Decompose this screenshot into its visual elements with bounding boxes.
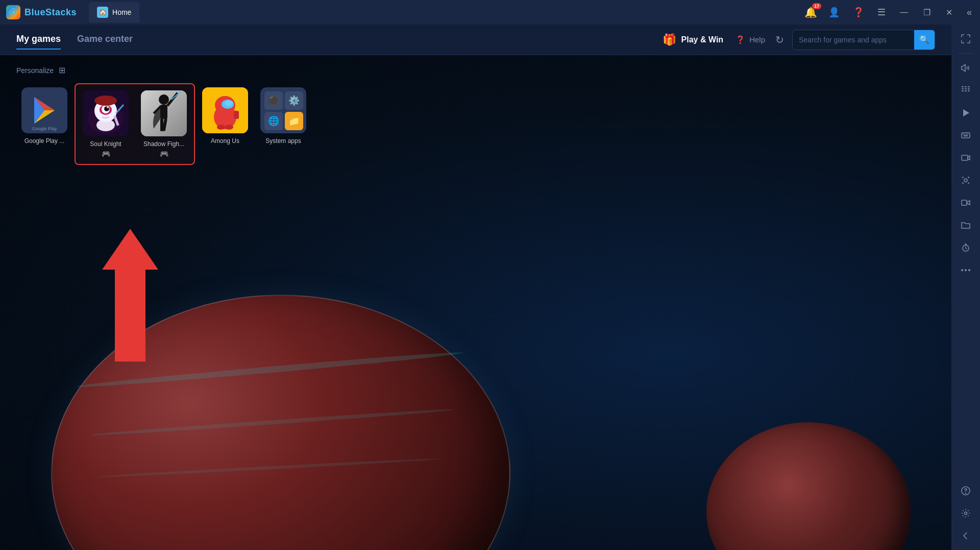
restore-button[interactable]: ❐ <box>920 6 934 19</box>
svg-point-31 <box>217 125 225 130</box>
svg-rect-39 <box>962 90 964 91</box>
svg-rect-51 <box>962 200 967 205</box>
game-name-system-apps: System apps <box>265 137 301 145</box>
game-item-among-us[interactable]: Among Us <box>197 83 253 165</box>
sys-icon-chrome: 🌐 <box>264 112 283 130</box>
sidebar-btn-camera-record[interactable] <box>955 148 976 168</box>
svg-rect-19 <box>160 105 167 119</box>
svg-marker-42 <box>963 109 969 116</box>
sys-icon-folder: 📁 <box>285 112 303 130</box>
sidebar-btn-video[interactable] <box>955 193 976 213</box>
top-navigation: My games Game center 🎁 Play & Win ❓ Help… <box>0 25 951 55</box>
game-thumb-shadow-fight <box>141 90 187 136</box>
shadow-fight-controller-icon: 🎮 <box>160 150 168 158</box>
help-circle-icon: ❓ <box>736 35 745 44</box>
account-icon[interactable]: 👤 <box>826 5 842 20</box>
main-content: My games Game center 🎁 Play & Win ❓ Help… <box>0 25 951 550</box>
svg-point-13 <box>107 106 109 108</box>
gift-icon: 🎁 <box>663 33 676 46</box>
game-item-soul-knight[interactable]: Soul Knight 🎮 <box>78 86 134 162</box>
svg-rect-38 <box>968 88 970 89</box>
sidebar-btn-play[interactable] <box>955 103 976 123</box>
play-win-button[interactable]: 🎁 Play & Win <box>663 33 724 46</box>
game-item-google-play[interactable]: Google Play Google Play ... <box>16 83 72 165</box>
help-label: Help <box>749 35 765 44</box>
personalize-bar: Personalize ⊞ <box>16 65 935 75</box>
tab-game-center[interactable]: Game center <box>77 30 133 50</box>
game-name-soul-knight: Soul Knight <box>90 140 121 148</box>
game-name-among-us: Among Us <box>211 137 239 145</box>
svg-point-32 <box>225 125 233 130</box>
help-button[interactable]: ❓ Help <box>736 35 765 44</box>
app-logo: BlueStacks <box>6 5 77 19</box>
sidebar-divider-1 <box>958 53 973 54</box>
svg-rect-34 <box>965 86 967 87</box>
search-button[interactable]: 🔍 <box>914 30 935 50</box>
game-item-shadow-fight[interactable]: Shadow Figh... 🎮 <box>136 86 192 162</box>
selected-games-group: Soul Knight 🎮 <box>75 83 195 165</box>
close-button[interactable]: ✕ <box>943 6 955 19</box>
sys-icon-gear: ⚙️ <box>285 91 303 110</box>
brand-name: BlueStacks <box>24 7 77 18</box>
sidebar-btn-timer[interactable] <box>955 237 976 258</box>
sidebar-btn-folder[interactable] <box>955 215 976 235</box>
home-tab-icon: 🏠 <box>97 7 108 18</box>
sidebar-btn-fullscreen[interactable] <box>955 29 976 49</box>
svg-point-50 <box>964 179 967 182</box>
svg-rect-41 <box>968 90 970 91</box>
svg-point-54 <box>961 269 963 271</box>
svg-rect-37 <box>965 88 967 89</box>
sys-icon-circle: ⚫ <box>264 91 283 110</box>
svg-point-18 <box>159 94 169 105</box>
svg-rect-49 <box>962 155 968 160</box>
sidebar-btn-screenshot[interactable] <box>955 170 976 190</box>
menu-icon[interactable]: ☰ <box>875 5 888 20</box>
right-sidebar <box>951 25 980 550</box>
content-area: Personalize ⊞ <box>0 55 951 550</box>
home-tab[interactable]: 🏠 Home <box>89 2 139 22</box>
refresh-button[interactable]: ↻ <box>775 34 784 46</box>
personalize-label: Personalize <box>16 66 54 75</box>
tab-my-games[interactable]: My games <box>16 30 61 50</box>
svg-rect-30 <box>234 111 239 119</box>
sidebar-btn-keyboard[interactable] <box>955 125 976 146</box>
svg-point-55 <box>965 269 967 271</box>
svg-rect-35 <box>968 86 970 87</box>
sidebar-btn-back[interactable] <box>955 525 976 546</box>
svg-point-56 <box>968 269 970 271</box>
sidebar-btn-help[interactable] <box>955 481 976 501</box>
svg-rect-33 <box>962 86 964 87</box>
svg-point-1 <box>12 11 15 14</box>
svg-point-29 <box>225 100 233 106</box>
svg-point-59 <box>965 512 967 515</box>
home-tab-label: Home <box>112 8 131 16</box>
titlebar: BlueStacks 🏠 Home 🔔 17 👤 ❓ ☰ — ❐ ✕ « <box>0 0 980 25</box>
search-input[interactable] <box>793 32 914 48</box>
sidebar-btn-dotgrid[interactable] <box>955 80 976 101</box>
sidebar-btn-settings[interactable] <box>955 503 976 523</box>
game-name-google-play: Google Play ... <box>24 137 65 145</box>
notification-button[interactable]: 🔔 17 <box>804 6 817 18</box>
grid-icon[interactable]: ⊞ <box>59 65 65 75</box>
play-win-label: Play & Win <box>681 35 724 44</box>
sidebar-btn-volume[interactable] <box>955 58 976 78</box>
games-grid: Google Play Google Play ... <box>16 83 935 165</box>
question-icon[interactable]: ❓ <box>851 5 866 20</box>
game-name-shadow-fight: Shadow Figh... <box>143 140 184 148</box>
search-bar: 🔍 <box>792 30 935 50</box>
game-thumb-system-apps: ⚫ ⚙️ 🌐 📁 <box>260 87 306 133</box>
soul-knight-controller-icon: 🎮 <box>102 150 110 158</box>
svg-point-58 <box>966 493 966 493</box>
collapse-icon[interactable]: « <box>965 5 974 20</box>
game-item-system-apps[interactable]: ⚫ ⚙️ 🌐 📁 System apps <box>255 83 311 165</box>
svg-rect-40 <box>965 90 967 91</box>
minimize-button[interactable]: — <box>897 6 911 19</box>
game-thumb-soul-knight <box>83 90 129 136</box>
games-panel: Personalize ⊞ <box>0 55 951 175</box>
titlebar-controls: 🔔 17 👤 ❓ ☰ — ❐ ✕ « <box>804 5 974 20</box>
notification-badge: 17 <box>812 3 821 9</box>
game-thumb-google-play: Google Play <box>21 87 67 133</box>
svg-marker-52 <box>967 201 970 205</box>
sidebar-btn-more[interactable] <box>955 260 976 280</box>
svg-rect-36 <box>962 88 964 89</box>
